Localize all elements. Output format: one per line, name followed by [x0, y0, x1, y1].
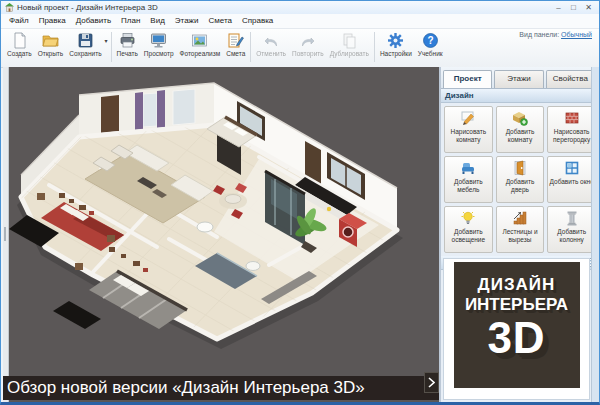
- 3d-viewport[interactable]: Обзор новой версии «Дизайн Интерьера 3D»: [3, 67, 439, 403]
- monitor-icon: [150, 32, 167, 49]
- panel-view-value-link[interactable]: Обычный: [561, 31, 592, 38]
- chevron-right-icon: [428, 377, 435, 388]
- add-column-button[interactable]: Добавить колонну: [547, 206, 596, 253]
- draw-partition-button[interactable]: Нарисовать перегородку: [547, 106, 596, 153]
- menu-edit[interactable]: Правка: [34, 14, 71, 28]
- menu-add[interactable]: Добавить: [71, 14, 116, 28]
- column-icon: [564, 210, 580, 226]
- settings-button[interactable]: Настройки: [377, 31, 415, 58]
- add-room-button[interactable]: Добавить комнату: [496, 106, 545, 153]
- add-door-button[interactable]: Добавить дверь: [496, 156, 545, 203]
- tab-project[interactable]: Проект: [443, 70, 492, 88]
- redo-button[interactable]: Повторить: [289, 31, 327, 58]
- help-icon: ?: [422, 32, 439, 49]
- title-bar: Новый проект - Дизайн Интерьера 3D – □ ✕: [1, 1, 599, 14]
- brick-wall-icon: [564, 110, 580, 126]
- tab-floors[interactable]: Этажи: [494, 70, 543, 88]
- lightbulb-icon: [460, 210, 476, 226]
- preview-button[interactable]: Просмотр: [141, 31, 177, 58]
- open-folder-icon: [42, 32, 59, 49]
- armchair-icon: [460, 160, 476, 176]
- undo-button[interactable]: Отменить: [253, 31, 289, 58]
- printer-icon: [119, 32, 136, 49]
- duplicate-button[interactable]: Дублировать: [327, 31, 372, 58]
- objects-list-area: ДИЗАЙН ИНТЕРЬЕРА 3D: [443, 258, 590, 400]
- window-title: Новый проект - Дизайн Интерьера 3D: [17, 3, 158, 12]
- svg-text:?: ?: [427, 35, 433, 46]
- panel-view-selector: Вид панели: Обычный: [519, 31, 592, 38]
- door-icon: [512, 160, 528, 176]
- right-panel: Проект Этажи Свойства Дизайн Нарисовать …: [441, 67, 599, 403]
- collapse-panel-arrow[interactable]: [424, 372, 439, 393]
- save-dropdown-caret[interactable]: ▾: [105, 37, 108, 44]
- design-tools: Нарисовать комнату Добавить комнату Нари…: [441, 103, 599, 256]
- maximize-button[interactable]: □: [566, 1, 581, 14]
- toolbar: Создать Открыть Сохранить ▾ Печать Прос: [1, 29, 599, 68]
- menu-view[interactable]: Вид: [145, 14, 169, 28]
- redo-icon: [299, 32, 316, 49]
- menu-bar: Файл Правка Добавить План Вид Этажи Смет…: [1, 14, 599, 29]
- photorealism-button[interactable]: Фотореализм: [177, 31, 224, 58]
- menu-floors[interactable]: Этажи: [170, 14, 204, 28]
- menu-help[interactable]: Справка: [237, 14, 278, 28]
- new-document-icon: [11, 32, 28, 49]
- add-room-icon: [512, 110, 528, 126]
- tab-properties[interactable]: Свойства: [546, 70, 595, 88]
- stairs-icon: [512, 210, 528, 226]
- toolbar-separator: [374, 32, 375, 62]
- save-button[interactable]: Сохранить: [66, 31, 104, 58]
- duplicate-pages-icon: [341, 32, 358, 49]
- save-floppy-icon: [77, 32, 94, 49]
- app-icon: [5, 3, 14, 12]
- stairs-button[interactable]: Лестницы и вырезы: [496, 206, 545, 253]
- window-icon: [564, 160, 580, 176]
- draw-room-button[interactable]: Нарисовать комнату: [444, 106, 493, 153]
- undo-icon: [263, 32, 280, 49]
- tutorial-button[interactable]: ? Учебник: [415, 31, 446, 58]
- gear-icon: [387, 32, 404, 49]
- add-lighting-button[interactable]: Добавить освещение: [444, 206, 493, 253]
- open-button[interactable]: Открыть: [35, 31, 67, 58]
- toolbar-separator: [250, 32, 251, 62]
- floor-plan-3d-view[interactable]: [9, 67, 439, 403]
- app-window: Новый проект - Дизайн Интерьера 3D – □ ✕…: [0, 0, 600, 405]
- photo-icon: [191, 32, 208, 49]
- draw-room-icon: [460, 110, 476, 126]
- design-section-header: Дизайн: [441, 89, 599, 103]
- promo-logo-image: ДИЗАЙН ИНТЕРЬЕРА 3D: [454, 262, 580, 388]
- estimate-button[interactable]: Смета: [223, 31, 248, 58]
- minimize-button[interactable]: –: [551, 1, 566, 14]
- menu-file[interactable]: Файл: [4, 14, 34, 28]
- add-window-button[interactable]: Добавить окно: [547, 156, 596, 203]
- notepad-pencil-icon: [227, 32, 244, 49]
- panel-scrollbar[interactable]: [591, 67, 599, 403]
- panel-tabs: Проект Этажи Свойства: [441, 67, 599, 89]
- close-button[interactable]: ✕: [581, 1, 596, 14]
- menu-estimate[interactable]: Смета: [203, 14, 236, 28]
- print-button[interactable]: Печать: [114, 31, 141, 58]
- new-button[interactable]: Создать: [4, 31, 35, 58]
- video-caption: Обзор новой версии «Дизайн Интерьера 3D»: [3, 376, 439, 400]
- menu-plan[interactable]: План: [116, 14, 145, 28]
- add-furniture-button[interactable]: Добавить мебель: [444, 156, 493, 203]
- toolbar-separator: [111, 32, 112, 62]
